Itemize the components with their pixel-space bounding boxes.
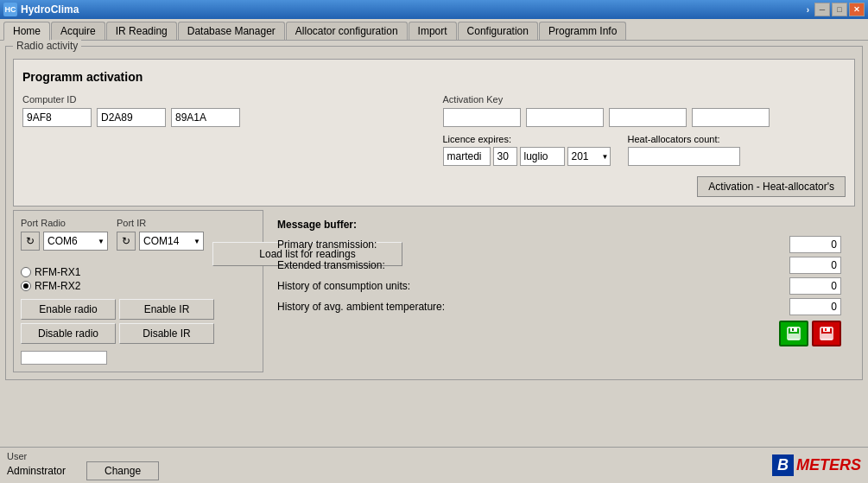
app-icon: HC — [3, 3, 17, 16]
radio-options: RFM-RX1 RFM-RX2 — [21, 266, 256, 292]
licence-year-field[interactable] — [567, 147, 611, 166]
radio-option-rfm-rx1[interactable]: RFM-RX1 — [21, 266, 256, 278]
save-red-button[interactable] — [812, 321, 841, 346]
tab-acquire[interactable]: Acquire — [51, 22, 105, 40]
message-buffer-section: Message buffer: Primary transmission: 0 … — [270, 215, 848, 350]
radio-label-rfm-rx2: RFM-RX2 — [35, 280, 80, 292]
tab-bar: Home Acquire IR Reading Database Manager… — [0, 19, 868, 41]
port-radio-group: Port Radio ↻ COM6 COM1 COM2 COM3 — [21, 218, 108, 251]
tab-configuration[interactable]: Configuration — [458, 22, 538, 40]
computer-id-label: Computer ID — [22, 94, 426, 105]
disable-ir-button[interactable]: Disable IR — [119, 323, 214, 344]
tab-program-info[interactable]: Programm Info — [539, 22, 626, 40]
radio-circle-rfm-rx1 — [21, 267, 31, 277]
radio-option-rfm-rx2[interactable]: RFM-RX2 — [21, 280, 256, 292]
activation-key-fields — [443, 108, 846, 127]
user-row: Adminstrator Change — [7, 461, 159, 480]
right-panel: Message buffer: Primary transmission: 0 … — [263, 210, 855, 372]
port-ir-group: Port IR ↻ COM14 COM1 COM2 ▼ — [117, 218, 204, 251]
tab-import[interactable]: Import — [409, 22, 457, 40]
disable-buttons-row: Disable radio Disable IR — [21, 323, 256, 344]
key-field-4[interactable] — [692, 108, 770, 127]
computer-id-field-3[interactable] — [171, 108, 240, 127]
key-field-1[interactable] — [443, 108, 521, 127]
bottom-layout: Port Radio ↻ COM6 COM1 COM2 COM3 — [13, 210, 855, 372]
computer-id-section: Computer ID — [22, 94, 426, 197]
licence-expires-block: Licence expires: ▼ — [443, 134, 611, 166]
maximize-button[interactable]: □ — [832, 3, 847, 16]
progress-bar — [21, 351, 107, 365]
enable-radio-button[interactable]: Enable radio — [21, 299, 116, 320]
computer-id-fields — [22, 108, 426, 127]
window-controls: ─ □ ✕ — [814, 3, 865, 16]
left-panel: Port Radio ↻ COM6 COM1 COM2 COM3 — [13, 210, 263, 372]
minimize-button[interactable]: ─ — [814, 3, 830, 16]
port-radio-controls: ↻ COM6 COM1 COM2 COM3 ▼ — [21, 232, 108, 251]
msg-row-0: Primary transmission: 0 — [277, 236, 841, 253]
port-ir-label: Port IR — [117, 218, 204, 228]
msg-row-1: Extended transmission: 0 — [277, 257, 841, 274]
activation-key-label: Activation Key — [443, 94, 846, 105]
enable-buttons-row: Enable radio Enable IR — [21, 299, 256, 320]
port-row: Port Radio ↻ COM6 COM1 COM2 COM3 — [21, 218, 256, 266]
enable-ir-button[interactable]: Enable IR — [119, 299, 214, 320]
tab-database-manager[interactable]: Database Manager — [178, 22, 285, 40]
user-section: User Adminstrator Change — [7, 451, 159, 480]
msg-value-2: 0 — [789, 277, 841, 295]
heat-allocators-label: Heat-allocators count: — [628, 134, 740, 144]
computer-id-field-1[interactable] — [22, 108, 92, 127]
save-green-icon — [785, 325, 802, 342]
change-user-button[interactable]: Change — [86, 461, 159, 480]
licence-day-label-field[interactable] — [443, 147, 491, 166]
program-activation-title: Programm activation — [22, 70, 846, 84]
computer-id-field-2[interactable] — [97, 108, 166, 127]
heat-allocators-block: Heat-allocators count: — [628, 134, 740, 166]
tab-home[interactable]: Home — [3, 22, 50, 41]
save-red-icon — [818, 325, 835, 342]
msg-label-3: History of avg. ambient temperature: — [277, 301, 445, 313]
port-radio-refresh-button[interactable]: ↻ — [21, 232, 40, 251]
activation-layout: Computer ID Activation Key — [22, 94, 846, 197]
message-buffer-title: Message buffer: — [277, 219, 841, 231]
port-radio-label: Port Radio — [21, 218, 108, 228]
user-name: Adminstrator — [7, 465, 66, 477]
licence-day-field[interactable] — [493, 147, 517, 166]
logo-meters: METERS — [796, 456, 861, 474]
msg-label-1: Extended transmission: — [277, 259, 385, 271]
bottom-bar: User Adminstrator Change B METERS — [0, 447, 868, 483]
action-buttons: Enable radio Enable IR Disable radio Dis… — [21, 299, 256, 365]
heat-allocators-count-field[interactable] — [628, 147, 740, 166]
radio-label-rfm-rx1: RFM-RX1 — [35, 266, 80, 278]
port-ir-select[interactable]: COM14 COM1 COM2 — [139, 232, 204, 251]
svg-rect-3 — [792, 328, 794, 331]
tab-ir-reading[interactable]: IR Reading — [106, 22, 177, 40]
app-title: HydroClima — [21, 3, 801, 16]
radio-activity-label: Radio activity — [13, 40, 81, 52]
user-label: User — [7, 451, 159, 461]
close-button[interactable]: ✕ — [849, 3, 865, 16]
title-arrow: › — [807, 5, 809, 15]
bottom-icons — [277, 321, 841, 346]
svg-rect-2 — [789, 334, 799, 340]
key-field-3[interactable] — [609, 108, 687, 127]
radio-activity-group: Radio activity Programm activation Compu… — [5, 46, 863, 380]
msg-value-0: 0 — [789, 236, 841, 253]
msg-row-2: History of consumption units: 0 — [277, 277, 841, 295]
key-field-2[interactable] — [526, 108, 604, 127]
svg-rect-7 — [825, 328, 827, 331]
port-ir-refresh-button[interactable]: ↻ — [117, 232, 136, 251]
disable-radio-button[interactable]: Disable radio — [21, 323, 116, 344]
program-activation-box: Programm activation Computer ID Activat — [13, 59, 855, 207]
licence-month-field[interactable] — [520, 147, 565, 166]
port-ir-controls: ↻ COM14 COM1 COM2 ▼ — [117, 232, 204, 251]
progress-area — [21, 351, 256, 365]
licence-date-fields: ▼ — [443, 147, 611, 166]
licence-expires-label: Licence expires: — [443, 134, 611, 144]
tab-allocator-config[interactable]: Allocator configuration — [286, 22, 408, 40]
save-green-button[interactable] — [779, 321, 808, 346]
msg-label-0: Primary transmission: — [277, 238, 377, 251]
activation-button[interactable]: Activation - Heat-allocator's — [697, 176, 846, 197]
radio-circle-rfm-rx2 — [21, 281, 31, 291]
port-radio-select[interactable]: COM6 COM1 COM2 COM3 — [43, 232, 108, 251]
licence-row: Licence expires: ▼ — [443, 134, 846, 166]
